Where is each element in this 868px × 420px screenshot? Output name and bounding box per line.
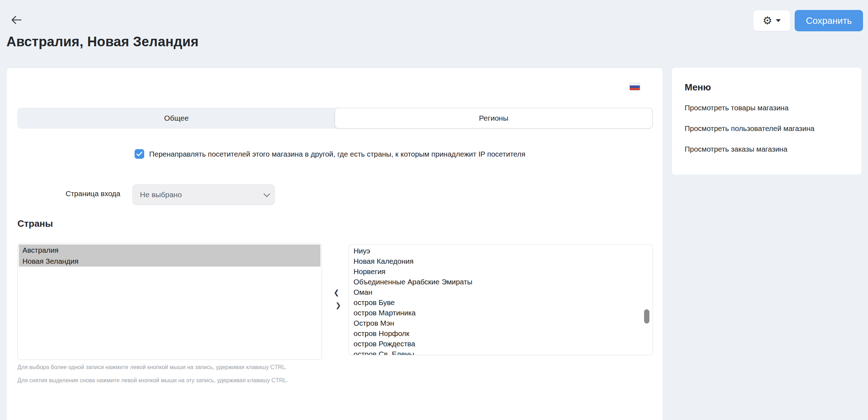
country-move-controls: ❮ ❯ [326,286,346,311]
menu-heading: Меню [685,82,849,93]
chevron-down-icon [776,19,781,22]
entry-page-select[interactable]: Не выбрано [132,184,275,205]
country-option[interactable]: Норвегия [350,266,652,277]
entry-page-select-value: Не выбрано [140,190,182,199]
chevron-down-icon [263,190,270,197]
entry-page-label: Страница входа [17,189,120,198]
country-option[interactable]: остров Буве [350,297,652,308]
back-button[interactable] [9,14,23,28]
selected-countries-listbox[interactable]: АвстралияНовая Зеландия [17,243,322,360]
country-option[interactable]: Оман [350,287,652,297]
menu-card: Меню Просмотреть товары магазина Просмот… [671,67,862,175]
country-option-selected[interactable]: Новая Зеландия [19,256,320,267]
tab-regions[interactable]: Регионы [335,108,653,128]
country-option[interactable]: Ниуэ [350,246,652,256]
country-option[interactable]: Объединенные Арабские Эмираты [350,277,652,287]
save-button[interactable]: Сохранить [795,10,863,31]
country-option[interactable]: остров Норфолк [350,328,652,338]
countries-heading: Страны [17,218,53,229]
redirect-checkbox-row: Перенаправлять посетителей этого магазин… [135,149,525,159]
multiselect-hint-1: Для выбора более одной записи нажмите ле… [17,364,287,371]
multiselect-hint-2: Для снятия выделения снова нажмите левой… [17,377,288,384]
country-option[interactable]: остров Мартиника [350,308,652,318]
settings-dropdown-button[interactable]: ⚙ [753,10,790,31]
russian-flag-icon [629,83,640,90]
menu-link-products[interactable]: Просмотреть товары магазина [685,101,849,114]
move-to-selected-button[interactable]: ❮ [329,286,344,299]
redirect-checkbox-label: Перенаправлять посетителей этого магазин… [149,150,525,158]
tab-general[interactable]: Общее [18,108,335,128]
page-title: Австралия, Новая Зеландия [6,34,199,49]
topbar-actions: ⚙ Сохранить [753,10,863,31]
menu-link-orders[interactable]: Просмотреть заказы магазина [685,143,849,156]
country-option[interactable]: остров Св. Елены [350,349,652,355]
scrollbar-thumb[interactable] [644,309,649,324]
move-to-available-button[interactable]: ❯ [330,299,346,311]
available-countries-listbox[interactable]: НиуэНовая КаледонияНорвегияОбъединенные … [349,244,653,355]
country-option-selected[interactable]: Австралия [19,245,320,256]
menu-link-users[interactable]: Просмотреть пользователей магазина [685,122,849,135]
check-icon [136,152,142,156]
arrow-left-icon [10,14,23,28]
settings-panel: Общее Регионы Перенаправлять посетителей… [6,68,663,420]
tabstrip: Общее Регионы [17,108,653,128]
country-option[interactable]: остров Рождества [350,338,652,349]
country-option[interactable]: Новая Каледония [350,256,652,266]
gear-icon: ⚙ [763,15,772,26]
country-option[interactable]: Остров Мэн [350,318,652,328]
redirect-checkbox[interactable] [135,149,144,159]
